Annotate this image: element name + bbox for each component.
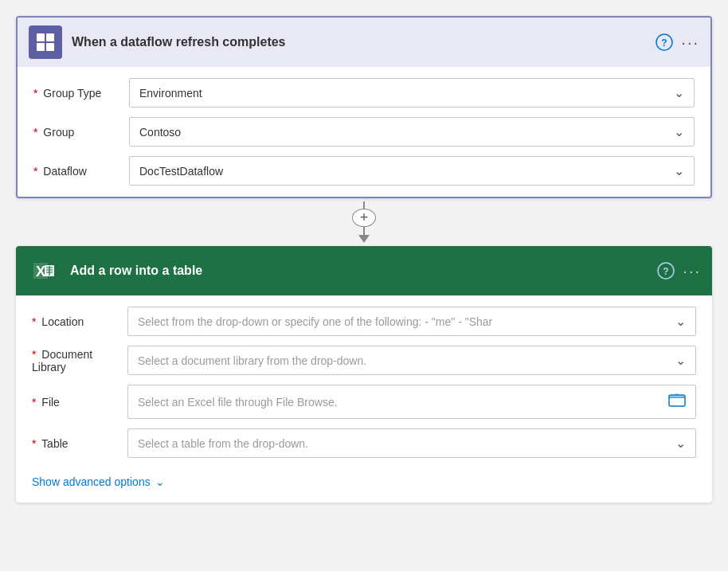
location-dropdown[interactable]: Select from the drop-down or specify one… bbox=[127, 307, 696, 336]
show-advanced-chevron-icon: ⌄ bbox=[155, 475, 165, 488]
table-required: * bbox=[32, 437, 36, 450]
excel-icon-box: X bbox=[27, 254, 61, 287]
location-field: Select from the drop-down or specify one… bbox=[127, 307, 696, 336]
doc-library-placeholder: Select a document library from the drop-… bbox=[138, 354, 669, 367]
doc-library-label: * Document Library bbox=[32, 348, 127, 373]
file-browse-icon[interactable] bbox=[668, 392, 686, 412]
location-required: * bbox=[32, 315, 36, 328]
trigger-more-icon[interactable]: ··· bbox=[681, 33, 699, 52]
action-card: X Add a row into a table ? ··· bbox=[16, 246, 712, 503]
dataflow-required: * bbox=[33, 165, 37, 178]
group-chevron-icon: ⌄ bbox=[674, 124, 684, 139]
doc-library-required: * bbox=[32, 348, 36, 361]
dataflow-label: * Dataflow bbox=[33, 165, 129, 178]
trigger-card: When a dataflow refresh completes ? ··· … bbox=[16, 16, 712, 198]
table-label: * Table bbox=[32, 437, 127, 450]
location-placeholder: Select from the drop-down or specify one… bbox=[138, 315, 669, 328]
action-more-icon[interactable]: ··· bbox=[683, 262, 701, 280]
file-label: * File bbox=[32, 396, 127, 409]
group-type-field: Environment ⌄ bbox=[129, 78, 695, 108]
group-type-row: * Group Type Environment ⌄ bbox=[33, 78, 695, 108]
table-row: * Table Select a table from the drop-dow… bbox=[32, 428, 696, 458]
excel-icon: X bbox=[32, 259, 56, 283]
connector-arrow bbox=[358, 227, 370, 243]
svg-rect-1 bbox=[46, 33, 54, 41]
flow-container: When a dataflow refresh completes ? ··· … bbox=[16, 16, 712, 503]
group-label: * Group bbox=[33, 126, 129, 139]
group-type-label: * Group Type bbox=[33, 87, 129, 100]
group-type-chevron-icon: ⌄ bbox=[674, 85, 684, 100]
show-advanced-options[interactable]: Show advanced options ⌄ bbox=[32, 467, 696, 491]
table-dropdown[interactable]: Select a table from the drop-down. ⌄ bbox=[127, 428, 696, 458]
action-help-icon[interactable]: ? bbox=[657, 262, 675, 280]
action-card-header: X Add a row into a table ? ··· bbox=[16, 246, 712, 295]
dataflow-dropdown[interactable]: DocTestDataflow ⌄ bbox=[129, 156, 695, 186]
file-input[interactable]: Select an Excel file through File Browse… bbox=[127, 385, 696, 419]
file-required: * bbox=[32, 396, 36, 409]
connector-line-bottom bbox=[363, 227, 365, 235]
action-card-actions: ? ··· bbox=[657, 262, 701, 280]
add-step-button[interactable]: + bbox=[352, 209, 376, 227]
group-type-value: Environment bbox=[139, 87, 667, 100]
group-required: * bbox=[33, 126, 37, 139]
dataflow-row: * Dataflow DocTestDataflow ⌄ bbox=[33, 156, 695, 186]
svg-text:?: ? bbox=[662, 37, 667, 49]
dataflow-trigger-icon bbox=[34, 31, 57, 53]
table-placeholder: Select a table from the drop-down. bbox=[138, 437, 669, 450]
arrow-head-icon bbox=[358, 235, 370, 243]
doc-library-field: Select a document library from the drop-… bbox=[127, 346, 696, 375]
location-label: * Location bbox=[32, 315, 127, 328]
group-value: Contoso bbox=[139, 126, 667, 139]
doc-library-chevron-icon: ⌄ bbox=[675, 353, 686, 368]
group-dropdown[interactable]: Contoso ⌄ bbox=[129, 117, 695, 147]
group-type-required: * bbox=[33, 87, 37, 100]
dataflow-chevron-icon: ⌄ bbox=[674, 163, 684, 178]
file-placeholder: Select an Excel file through File Browse… bbox=[138, 396, 668, 409]
table-chevron-icon: ⌄ bbox=[675, 436, 686, 451]
dataflow-value: DocTestDataflow bbox=[139, 165, 667, 178]
svg-text:X: X bbox=[36, 264, 45, 280]
doc-library-dropdown[interactable]: Select a document library from the drop-… bbox=[127, 346, 696, 375]
dataflow-field: DocTestDataflow ⌄ bbox=[129, 156, 695, 186]
doc-library-row: * Document Library Select a document lib… bbox=[32, 346, 696, 375]
trigger-help-icon[interactable]: ? bbox=[656, 33, 673, 51]
trigger-icon-box bbox=[29, 25, 62, 59]
connector-line-top bbox=[363, 201, 365, 209]
svg-rect-3 bbox=[46, 43, 54, 51]
trigger-card-actions: ? ··· bbox=[656, 33, 699, 52]
group-type-dropdown[interactable]: Environment ⌄ bbox=[129, 78, 695, 108]
trigger-card-title: When a dataflow refresh completes bbox=[72, 35, 656, 49]
location-chevron-icon: ⌄ bbox=[675, 314, 686, 329]
action-card-body: * Location Select from the drop-down or … bbox=[16, 295, 712, 503]
show-advanced-label: Show advanced options bbox=[32, 475, 151, 488]
group-row: * Group Contoso ⌄ bbox=[33, 117, 695, 147]
trigger-card-body: * Group Type Environment ⌄ * Group bbox=[18, 67, 710, 197]
file-row: * File Select an Excel file through File… bbox=[32, 385, 696, 419]
group-field: Contoso ⌄ bbox=[129, 117, 695, 147]
svg-text:?: ? bbox=[663, 266, 669, 277]
location-row: * Location Select from the drop-down or … bbox=[32, 307, 696, 336]
table-field: Select a table from the drop-down. ⌄ bbox=[127, 428, 696, 458]
action-card-title: Add a row into a table bbox=[70, 264, 657, 278]
svg-rect-2 bbox=[37, 43, 45, 51]
connector: + bbox=[352, 198, 376, 246]
file-field: Select an Excel file through File Browse… bbox=[127, 385, 696, 419]
svg-rect-0 bbox=[37, 33, 45, 41]
trigger-card-header: When a dataflow refresh completes ? ··· bbox=[18, 18, 710, 67]
